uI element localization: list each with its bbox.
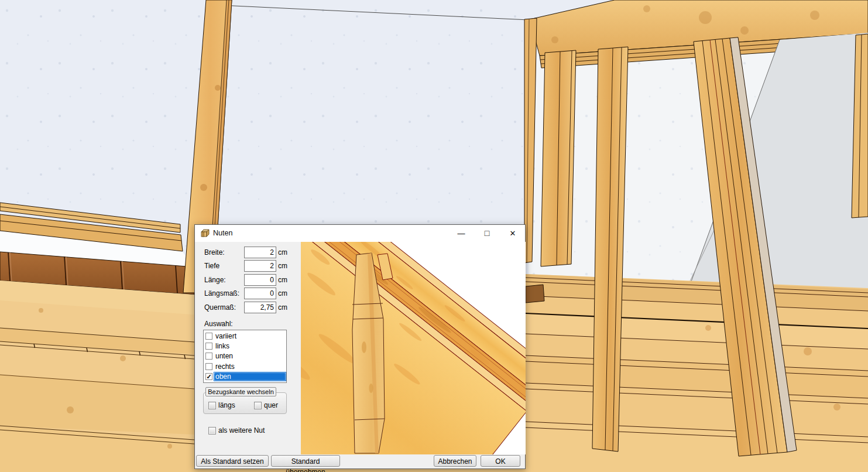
minimize-button[interactable]: —: [448, 225, 474, 242]
als-weitere-nut-label: als weitere Nut: [218, 426, 265, 435]
right-floor-planks: [526, 274, 868, 472]
als-standard-setzen-button[interactable]: Als Standard setzen: [196, 455, 269, 467]
checkbox-variiert[interactable]: [205, 333, 212, 340]
laenge-label: Länge:: [204, 274, 226, 286]
quer-checkbox[interactable]: [254, 402, 262, 409]
breite-input[interactable]: [244, 247, 276, 258]
list-item-oben[interactable]: ✓ oben: [204, 372, 286, 382]
laengs-label: längs: [218, 401, 235, 410]
checkbox-oben-checked[interactable]: ✓: [205, 373, 212, 380]
quermass-label: Quermaß:: [204, 302, 236, 313]
standard-uebernehmen-button[interactable]: Standard übernehmen: [271, 455, 340, 467]
brown-block: [526, 285, 544, 303]
close-button[interactable]: ✕: [500, 225, 526, 242]
laengsmass-unit: cm: [278, 288, 287, 299]
maximize-icon: □: [485, 228, 489, 238]
maximize-button[interactable]: □: [474, 225, 500, 242]
breite-unit: cm: [278, 247, 287, 258]
checkbox-rechts[interactable]: [205, 363, 212, 370]
list-item-rechts[interactable]: rechts: [204, 361, 286, 371]
laengs-checkbox[interactable]: [208, 402, 216, 409]
laenge-input[interactable]: [244, 274, 276, 286]
app-window: Nuten — □ ✕ Breite: cm Tiefe cm Länge: c…: [0, 0, 868, 472]
close-icon: ✕: [510, 229, 516, 238]
list-item-links[interactable]: links: [204, 341, 286, 351]
minimize-icon: —: [458, 229, 465, 238]
quermass-input[interactable]: [244, 302, 276, 313]
auswahl-label: Auswahl:: [204, 318, 233, 330]
list-item-variiert[interactable]: variiert: [204, 331, 286, 341]
dialog-titlebar[interactable]: Nuten — □ ✕: [195, 225, 525, 242]
tiefe-input[interactable]: [244, 260, 276, 272]
als-weitere-nut-checkbox[interactable]: [208, 427, 216, 435]
ok-button[interactable]: OK: [481, 455, 520, 467]
quermass-unit: cm: [278, 302, 287, 313]
list-item-unten[interactable]: unten: [204, 351, 286, 361]
checkbox-unten[interactable]: [205, 353, 212, 360]
nut-preview-render: [301, 242, 526, 454]
auswahl-listbox[interactable]: variiert links unten rechts: [203, 330, 287, 383]
quer-label: quer: [264, 401, 278, 410]
form-panel: Breite: cm Tiefe cm Länge: cm Längsmaß: …: [195, 242, 301, 454]
laenge-unit: cm: [278, 274, 287, 286]
bezugskante-wechseln-button[interactable]: Bezugskante wechseln: [205, 387, 276, 396]
checkbox-links[interactable]: [205, 343, 212, 350]
nut-tool-icon: [200, 228, 210, 238]
laengsmass-input[interactable]: [244, 288, 276, 299]
nuten-dialog: Nuten — □ ✕ Breite: cm Tiefe cm Länge: c…: [194, 224, 526, 469]
laengsmass-label: Längsmaß:: [204, 288, 239, 299]
tiefe-unit: cm: [278, 260, 287, 272]
breite-label: Breite:: [204, 247, 225, 258]
nut-preview-3d[interactable]: [301, 242, 526, 454]
tiefe-label: Tiefe: [204, 260, 219, 272]
dialog-title: Nuten: [213, 225, 232, 242]
abbrechen-button[interactable]: Abbrechen: [434, 455, 476, 467]
